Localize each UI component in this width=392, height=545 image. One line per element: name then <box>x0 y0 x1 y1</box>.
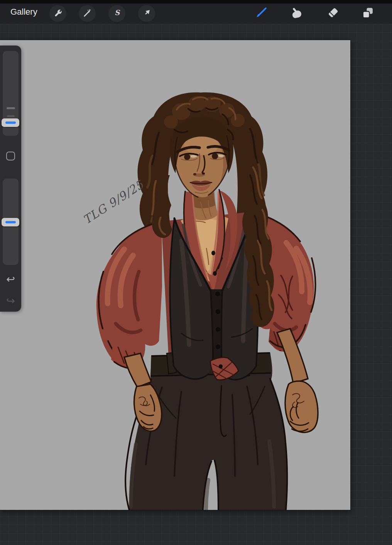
transform-arrow-icon <box>142 8 151 19</box>
layers-icon <box>361 6 375 21</box>
paintbrush-icon <box>254 6 268 21</box>
wrench-icon <box>54 8 63 19</box>
selection-s-icon: S <box>113 8 122 19</box>
brush-size-thumb[interactable] <box>2 118 19 127</box>
selection-button[interactable]: S <box>108 5 125 22</box>
brush-size-slider[interactable] <box>3 51 19 136</box>
magic-wand-icon <box>83 8 92 19</box>
actions-button[interactable] <box>49 5 66 22</box>
artwork-portrait: TLG 9/9/25 <box>0 40 350 510</box>
svg-text:S: S <box>114 8 120 17</box>
smudge-tool-button[interactable] <box>289 6 305 21</box>
thumb-accent-bar <box>5 221 16 223</box>
transform-button[interactable] <box>138 5 155 22</box>
gallery-button[interactable]: Gallery <box>10 7 37 17</box>
paint-tool-button[interactable] <box>253 6 269 21</box>
eraser-icon <box>326 6 340 21</box>
thumb-accent-bar <box>5 121 16 124</box>
undo-icon: ↩ <box>6 273 15 285</box>
eraser-tool-button[interactable] <box>325 6 340 21</box>
slider-tick <box>7 107 15 109</box>
top-toolbar: Gallery S <box>0 0 392 24</box>
brush-opacity-slider[interactable] <box>3 179 19 265</box>
workspace-background: TLG 9/9/25 ↩ ↪ <box>0 24 392 545</box>
undo-button[interactable]: ↩ <box>0 274 21 284</box>
adjustments-button[interactable] <box>79 5 96 22</box>
smudge-finger-icon <box>290 6 304 21</box>
redo-button[interactable]: ↪ <box>0 295 21 306</box>
painting-app: Gallery S <box>0 0 392 545</box>
redo-icon: ↪ <box>6 295 15 307</box>
layers-button[interactable] <box>360 6 375 21</box>
modify-button[interactable] <box>6 152 15 160</box>
brush-opacity-thumb[interactable] <box>2 218 19 226</box>
slider-tick <box>7 115 15 117</box>
drawing-canvas[interactable]: TLG 9/9/25 <box>0 40 350 510</box>
brush-sidebar: ↩ ↪ <box>0 46 21 312</box>
